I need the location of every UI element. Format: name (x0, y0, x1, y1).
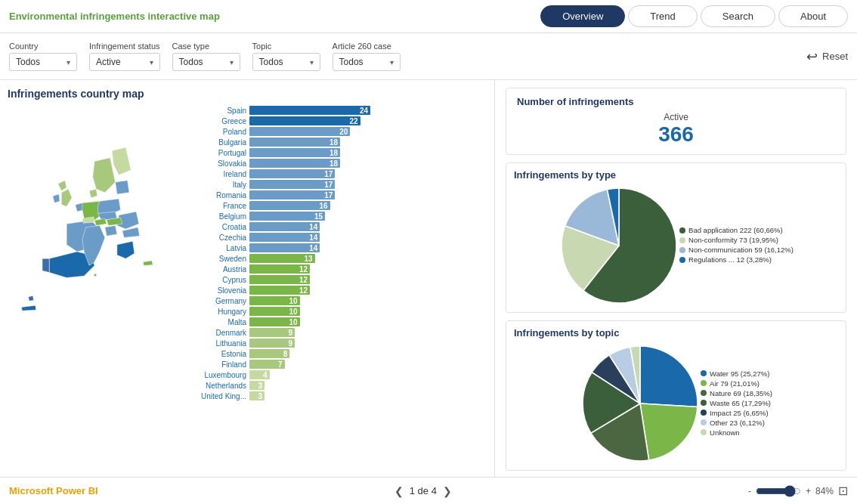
filter-topic-select[interactable]: Todos ▾ (252, 53, 320, 71)
bar: 3 (249, 381, 265, 390)
reset-icon: ↩ (806, 48, 818, 65)
bar-row[interactable]: Luxembourg4 (195, 370, 487, 379)
legend-color-dot (679, 227, 685, 233)
bar-row[interactable]: Latvia14 (195, 243, 487, 252)
bar-row[interactable]: Finland7 (195, 360, 487, 369)
bar-row[interactable]: France16 (195, 201, 487, 210)
topic-pie-chart (580, 343, 701, 464)
bar-value: 8 (283, 350, 288, 358)
filter-article-select[interactable]: Todos ▾ (333, 53, 401, 71)
bar-container: 16 (249, 201, 330, 210)
bar-row[interactable]: Romania17 (195, 190, 487, 199)
bar-container: 10 (249, 307, 300, 316)
bar-row[interactable]: Croatia14 (195, 222, 487, 231)
legend-label: Bad application 222 (60,66%) (688, 226, 783, 234)
bar-row[interactable]: Germany10 (195, 296, 487, 305)
bar-row[interactable]: Austria12 (195, 264, 487, 274)
bar-row[interactable]: Malta10 (195, 317, 487, 326)
legend-item: Waste 65 (17,29%) (701, 399, 772, 407)
bar-label: Romania (195, 191, 249, 199)
bar-value: 14 (309, 223, 317, 231)
bar-container: 3 (249, 381, 265, 390)
bar-container: 10 (249, 296, 300, 305)
legend-color-dot (701, 400, 707, 406)
zoom-slider[interactable] (756, 485, 801, 497)
bar-row[interactable]: Czechia14 (195, 233, 487, 242)
bar-row[interactable]: Slovenia12 (195, 286, 487, 295)
bar-container: 4 (249, 370, 270, 379)
map-title: Infringements country map (8, 88, 487, 100)
bar-row[interactable]: Lithuania9 (195, 339, 487, 348)
bar-row[interactable]: Denmark9 (195, 328, 487, 337)
zoom-plus-button[interactable]: + (806, 486, 811, 496)
bar-value: 12 (299, 286, 308, 295)
left-panel: Infringements country map (0, 80, 495, 477)
filter-country-label: Country (9, 42, 77, 51)
bar-wrapper: 9 (249, 328, 487, 337)
filter-article-260: Article 260 case Todos ▾ (333, 42, 401, 71)
bar: 12 (249, 275, 310, 284)
bar-row[interactable]: Bulgaria18 (195, 138, 487, 147)
fit-page-icon[interactable]: ⊡ (838, 484, 848, 498)
infringements-count: 366 (517, 122, 835, 147)
power-bi-logo: Microsoft Power BI (9, 485, 98, 496)
filter-article-label: Article 260 case (333, 42, 401, 51)
bar: 10 (249, 307, 300, 316)
bar: 17 (249, 180, 335, 189)
bar-row[interactable]: Netherlands3 (195, 381, 487, 390)
bar-wrapper: 8 (249, 349, 487, 358)
bar: 16 (249, 201, 330, 210)
map-area[interactable] (8, 106, 189, 469)
tab-trend[interactable]: Trend (628, 5, 697, 27)
legend-label: Nature 69 (18,35%) (710, 389, 772, 397)
bar-row[interactable]: Estonia8 (195, 349, 487, 358)
bar-row[interactable]: Belgium15 (195, 212, 487, 221)
bar-label: Latvia (195, 244, 249, 252)
filter-status-select[interactable]: Active ▾ (89, 53, 160, 71)
tab-about[interactable]: About (778, 5, 848, 27)
bar: 17 (249, 169, 335, 178)
next-page-button[interactable]: ❯ (443, 485, 452, 497)
bar-label: Luxembourg (195, 371, 249, 379)
legend-label: Non-communication 59 (16,12%) (688, 246, 794, 254)
legend-label: Waste 65 (17,29%) (710, 399, 771, 407)
filter-casetype-select[interactable]: Todos ▾ (172, 53, 240, 71)
bar-row[interactable]: Greece22 (195, 116, 487, 125)
bar-row[interactable]: Ireland17 (195, 169, 487, 178)
bar-row[interactable]: Spain24 (195, 106, 487, 115)
bar-container: 22 (249, 116, 360, 125)
bar: 14 (249, 222, 320, 231)
infringements-status: Active (517, 112, 835, 122)
filter-country-select[interactable]: Todos ▾ (9, 53, 77, 71)
bar-row[interactable]: Portugal18 (195, 148, 487, 157)
zoom-minus-button[interactable]: - (748, 486, 751, 496)
bar-label: Slovakia (195, 159, 249, 168)
bar-value: 14 (309, 233, 317, 242)
bar-row[interactable]: Poland20 (195, 127, 487, 136)
bar-container: 9 (249, 328, 295, 337)
bar-row[interactable]: United King...3 (195, 391, 487, 400)
bar-row[interactable]: Sweden13 (195, 254, 487, 263)
bar-row[interactable]: Slovakia18 (195, 159, 487, 168)
content-area: Infringements country map (0, 80, 857, 477)
legend-color-dot (701, 410, 707, 416)
topic-pie-legend: Water 95 (25,27%)Air 79 (21,01%)Nature 6… (701, 369, 772, 438)
bar-row[interactable]: Hungary10 (195, 307, 487, 316)
bar-value: 9 (288, 329, 292, 337)
bar-row[interactable]: Italy17 (195, 180, 487, 189)
legend-color-dot (701, 429, 707, 435)
page-indicator: 1 de 4 (410, 485, 437, 496)
bar-container: 17 (249, 169, 335, 178)
infringements-box: Number of infringements Active 366 (506, 88, 846, 155)
filters-bar: Country Todos ▾ Infringement status Acti… (0, 33, 857, 80)
bar-label: Denmark (195, 329, 249, 337)
tab-search[interactable]: Search (701, 5, 775, 27)
bar: 24 (249, 106, 370, 115)
bar: 9 (249, 328, 295, 337)
legend-label: Impact 25 (6,65%) (710, 409, 769, 417)
bar-row[interactable]: Cyprus12 (195, 275, 487, 284)
prev-page-button[interactable]: ❮ (394, 485, 404, 497)
reset-button[interactable]: ↩ Reset (806, 48, 848, 65)
bar-label: Belgium (195, 212, 249, 221)
tab-overview[interactable]: Overview (540, 5, 625, 27)
